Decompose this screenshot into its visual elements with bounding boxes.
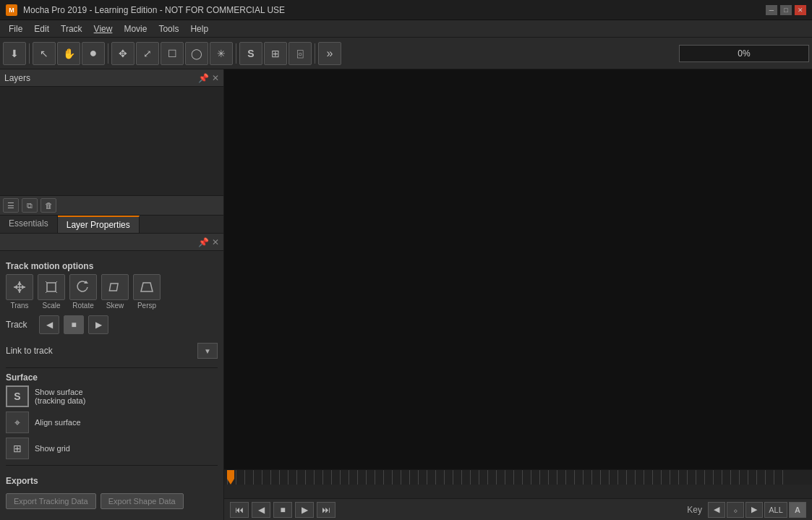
ruler-mark [427, 470, 435, 485]
del-layer-button[interactable]: 🗑 [40, 198, 56, 213]
ruler-mark [505, 470, 513, 485]
tool-hand[interactable]: ✋ [57, 42, 80, 65]
menu-file[interactable]: File [3, 22, 28, 35]
tool-arrow[interactable]: ↖ [33, 42, 56, 65]
track-back-button[interactable]: ◀ [39, 315, 59, 334]
layers-close-button[interactable]: ✕ [212, 73, 219, 83]
link-to-track-dropdown[interactable]: ▼ [197, 343, 218, 359]
ruler-mark [522, 470, 531, 485]
tool-grid[interactable]: ⊞ [264, 42, 287, 65]
viewport-canvas[interactable] [224, 69, 812, 469]
tool-circle[interactable]: ● [82, 42, 105, 65]
svg-marker-13 [141, 283, 153, 291]
exports-section: Exports Export Tracking Data Export Shap… [6, 472, 218, 509]
ruler-mark [565, 470, 574, 485]
step-fwd-button[interactable]: ▶ [295, 502, 314, 518]
tool-ellipse[interactable]: ◯ [185, 42, 208, 65]
ruler-mark [470, 470, 479, 485]
tool-mesh[interactable]: ⌻ [289, 42, 312, 65]
track-controls-label: Track [6, 320, 35, 330]
ruler-mark [314, 470, 322, 485]
viewport: ⏮ ◀ ■ ▶ ⏭ Key ◀ ⬦ ▶ ALL A [224, 69, 812, 520]
rotate-button[interactable] [69, 274, 97, 300]
layers-toolbar: ☰ ⧉ 🗑 [0, 195, 223, 216]
svg-line-7 [46, 281, 47, 283]
svg-rect-6 [47, 283, 56, 291]
ruler-mark [392, 470, 401, 485]
menu-help[interactable]: Help [184, 22, 214, 35]
props-close-button[interactable]: ✕ [212, 237, 219, 247]
tab-layer-properties[interactable]: Layer Properties [58, 216, 140, 233]
tab-essentials[interactable]: Essentials [0, 216, 58, 233]
svg-line-8 [56, 281, 57, 283]
track-fwd-button[interactable]: ▶ [88, 315, 108, 334]
minimize-button[interactable]: ─ [766, 5, 777, 15]
toolbar-separator-3 [236, 43, 236, 64]
ruler-mark [626, 470, 635, 485]
close-button[interactable]: ✕ [795, 5, 806, 15]
ruler-mark [331, 470, 340, 485]
ruler-mark [765, 470, 774, 485]
props-pin-button[interactable]: 📌 [198, 237, 209, 247]
go-end-button[interactable]: ⏭ [317, 502, 336, 518]
tool-spline[interactable]: ✳ [210, 42, 233, 65]
menu-movie[interactable]: Movie [118, 22, 153, 35]
persp-button[interactable] [133, 274, 161, 300]
trans-label: Trans [10, 302, 28, 310]
ruler-mark [748, 470, 756, 485]
show-grid-icon: ⊞ [6, 438, 29, 459]
ruler-mark [557, 470, 565, 485]
trans-button[interactable] [6, 274, 33, 300]
ruler-mark [644, 470, 652, 485]
key-a-button[interactable]: A [789, 502, 806, 518]
key-all-button[interactable]: ALL [764, 502, 787, 518]
ruler-mark [539, 470, 548, 485]
key-next-button[interactable]: ▶ [745, 502, 763, 518]
tool-box[interactable]: ☐ [161, 42, 184, 65]
show-grid-label: Show grid [35, 444, 70, 453]
ruler-mark [583, 470, 591, 485]
export-shape-button[interactable]: Export Shape Data [101, 493, 184, 509]
track-stop-button[interactable]: ■ [64, 315, 84, 334]
app-icon: M [6, 4, 17, 16]
layers-pin-button[interactable]: 📌 [198, 73, 209, 83]
key-add-button[interactable]: ⬦ [727, 502, 744, 518]
tool-move-points[interactable]: ✥ [111, 42, 134, 65]
stop-button[interactable]: ■ [273, 502, 292, 518]
svg-marker-4 [14, 285, 17, 289]
tool-export[interactable]: ⬇ [3, 42, 26, 65]
surface-title: Surface [6, 368, 218, 385]
export-tracking-button[interactable]: Export Tracking Data [6, 493, 96, 509]
ruler-mark [383, 470, 392, 485]
ruler-mark [513, 470, 522, 485]
show-surface-item[interactable]: S Show surface(tracking data) [6, 385, 218, 407]
ruler-mark [548, 470, 557, 485]
ruler-mark [609, 470, 617, 485]
motion-btn-skew: Skew [101, 274, 129, 310]
show-grid-btn[interactable]: ⊞ Show grid [6, 438, 70, 459]
menu-track[interactable]: Track [55, 22, 88, 35]
dup-layer-button[interactable]: ⧉ [22, 198, 38, 213]
maximize-button[interactable]: □ [780, 5, 792, 15]
menu-edit[interactable]: Edit [28, 22, 55, 35]
go-start-button[interactable]: ⏮ [230, 502, 249, 518]
rotate-label: Rotate [72, 302, 93, 310]
tool-s[interactable]: S [239, 42, 262, 65]
step-back-button[interactable]: ◀ [252, 502, 270, 518]
properties-panel: Track motion options Trans Scale [0, 251, 223, 520]
menu-tools[interactable]: Tools [153, 22, 184, 35]
scale-button[interactable] [38, 274, 65, 300]
left-panel: Layers 📌 ✕ ☰ ⧉ 🗑 Essentials Layer Proper… [0, 69, 224, 520]
skew-button[interactable] [101, 274, 129, 300]
key-prev-button[interactable]: ◀ [708, 502, 725, 518]
menu-view[interactable]: View [88, 22, 119, 35]
align-surface-btn[interactable]: ⌖ Align surface [6, 412, 81, 433]
ruler-mark [296, 470, 305, 485]
persp-label: Persp [137, 302, 156, 310]
ruler-mark [479, 470, 487, 485]
tool-transform[interactable]: ⤢ [136, 42, 159, 65]
ruler-mark [687, 470, 696, 485]
motion-options: Trans Scale Rotate [6, 274, 218, 310]
add-layer-button[interactable]: ☰ [3, 198, 19, 213]
tool-more[interactable]: » [318, 42, 341, 65]
